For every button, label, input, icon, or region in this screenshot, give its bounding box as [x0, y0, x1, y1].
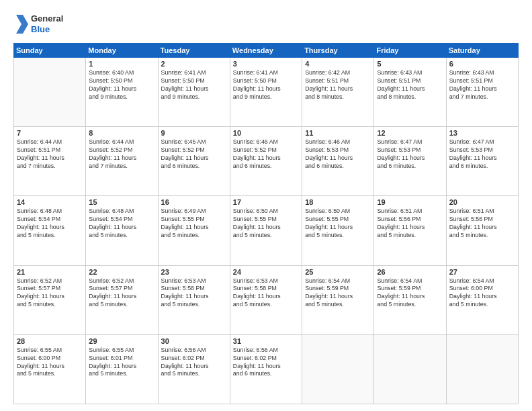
day-info: Sunrise: 6:53 AMSunset: 5:58 PMDaylight:… — [233, 277, 299, 310]
page: GeneralBlue SundayMondayTuesdayWednesday… — [0, 0, 532, 411]
calendar-cell: 12Sunrise: 6:47 AMSunset: 5:53 PMDayligh… — [374, 127, 446, 196]
day-info: Sunrise: 6:52 AMSunset: 5:57 PMDaylight:… — [89, 277, 154, 310]
calendar-cell: 4Sunrise: 6:42 AMSunset: 5:51 PMDaylight… — [302, 58, 374, 127]
calendar-cell: 30Sunrise: 6:56 AMSunset: 6:02 PMDayligh… — [158, 334, 230, 404]
day-number: 14 — [17, 198, 83, 206]
calendar-cell: 10Sunrise: 6:46 AMSunset: 5:52 PMDayligh… — [230, 127, 302, 196]
day-number: 28 — [17, 337, 83, 345]
day-info: Sunrise: 6:45 AMSunset: 5:52 PMDaylight:… — [161, 138, 227, 171]
calendar-cell: 6Sunrise: 6:43 AMSunset: 5:51 PMDaylight… — [446, 58, 518, 127]
day-info: Sunrise: 6:46 AMSunset: 5:53 PMDaylight:… — [305, 138, 371, 171]
day-number: 4 — [305, 60, 371, 68]
day-info: Sunrise: 6:56 AMSunset: 6:02 PMDaylight:… — [161, 347, 227, 379]
calendar-table: SundayMondayTuesdayWednesdayThursdayFrid… — [13, 43, 519, 404]
calendar-cell: 18Sunrise: 6:50 AMSunset: 5:55 PMDayligh… — [302, 196, 374, 265]
day-info: Sunrise: 6:41 AMSunset: 5:50 PMDaylight:… — [161, 69, 227, 101]
header: GeneralBlue — [13, 12, 519, 36]
day-info: Sunrise: 6:53 AMSunset: 5:58 PMDaylight:… — [161, 277, 227, 310]
calendar-day-header: Sunday — [14, 44, 86, 58]
calendar-day-header: Wednesday — [230, 44, 302, 58]
logo-text: GeneralBlue — [31, 13, 63, 34]
calendar-cell: 26Sunrise: 6:54 AMSunset: 5:59 PMDayligh… — [374, 265, 446, 334]
day-number: 27 — [449, 268, 515, 276]
day-number: 1 — [89, 60, 154, 68]
day-number: 31 — [233, 337, 299, 345]
day-number: 20 — [449, 198, 515, 206]
calendar-cell: 5Sunrise: 6:43 AMSunset: 5:51 PMDaylight… — [374, 58, 446, 127]
calendar-cell: 19Sunrise: 6:51 AMSunset: 5:56 PMDayligh… — [374, 196, 446, 265]
calendar-cell — [302, 334, 374, 404]
calendar-cell: 27Sunrise: 6:54 AMSunset: 6:00 PMDayligh… — [446, 265, 518, 334]
day-info: Sunrise: 6:56 AMSunset: 6:02 PMDaylight:… — [233, 347, 299, 379]
calendar-week-row: 7Sunrise: 6:44 AMSunset: 5:51 PMDaylight… — [14, 127, 519, 196]
calendar-cell: 3Sunrise: 6:41 AMSunset: 5:50 PMDaylight… — [230, 58, 302, 127]
day-number: 3 — [233, 60, 299, 68]
calendar-cell: 16Sunrise: 6:49 AMSunset: 5:55 PMDayligh… — [158, 196, 230, 265]
calendar-cell: 22Sunrise: 6:52 AMSunset: 5:57 PMDayligh… — [86, 265, 158, 334]
calendar-week-row: 28Sunrise: 6:55 AMSunset: 6:00 PMDayligh… — [14, 334, 519, 404]
day-number: 30 — [161, 337, 227, 345]
calendar-cell: 31Sunrise: 6:56 AMSunset: 6:02 PMDayligh… — [230, 334, 302, 404]
svg-marker-0 — [16, 15, 28, 34]
day-number: 5 — [377, 60, 443, 68]
day-number: 13 — [449, 129, 515, 137]
calendar-cell — [446, 334, 518, 404]
day-info: Sunrise: 6:50 AMSunset: 5:55 PMDaylight:… — [305, 208, 371, 240]
calendar-cell: 1Sunrise: 6:40 AMSunset: 5:50 PMDaylight… — [86, 58, 158, 127]
day-info: Sunrise: 6:48 AMSunset: 5:54 PMDaylight:… — [89, 208, 154, 240]
calendar-cell: 25Sunrise: 6:54 AMSunset: 5:59 PMDayligh… — [302, 265, 374, 334]
day-info: Sunrise: 6:52 AMSunset: 5:57 PMDaylight:… — [17, 277, 83, 310]
day-number: 19 — [377, 198, 443, 206]
day-info: Sunrise: 6:54 AMSunset: 5:59 PMDaylight:… — [377, 277, 443, 310]
day-number: 16 — [161, 198, 227, 206]
day-info: Sunrise: 6:49 AMSunset: 5:55 PMDaylight:… — [161, 208, 227, 240]
calendar-cell — [374, 334, 446, 404]
calendar-header-row: SundayMondayTuesdayWednesdayThursdayFrid… — [14, 44, 519, 58]
day-number: 22 — [89, 268, 154, 276]
day-number: 23 — [161, 268, 227, 276]
calendar-cell: 2Sunrise: 6:41 AMSunset: 5:50 PMDaylight… — [158, 58, 230, 127]
day-info: Sunrise: 6:54 AMSunset: 5:59 PMDaylight:… — [305, 277, 371, 310]
day-number: 25 — [305, 268, 371, 276]
day-number: 24 — [233, 268, 299, 276]
day-number: 10 — [233, 129, 299, 137]
calendar-cell: 7Sunrise: 6:44 AMSunset: 5:51 PMDaylight… — [14, 127, 86, 196]
calendar-day-header: Tuesday — [158, 44, 230, 58]
day-number: 6 — [449, 60, 515, 68]
day-number: 7 — [17, 129, 83, 137]
calendar-cell: 13Sunrise: 6:47 AMSunset: 5:53 PMDayligh… — [446, 127, 518, 196]
calendar-cell: 21Sunrise: 6:52 AMSunset: 5:57 PMDayligh… — [14, 265, 86, 334]
day-info: Sunrise: 6:55 AMSunset: 6:00 PMDaylight:… — [17, 347, 83, 379]
day-info: Sunrise: 6:48 AMSunset: 5:54 PMDaylight:… — [17, 208, 83, 240]
calendar-cell: 17Sunrise: 6:50 AMSunset: 5:55 PMDayligh… — [230, 196, 302, 265]
day-info: Sunrise: 6:50 AMSunset: 5:55 PMDaylight:… — [233, 208, 299, 240]
day-info: Sunrise: 6:47 AMSunset: 5:53 PMDaylight:… — [377, 138, 443, 171]
day-info: Sunrise: 6:55 AMSunset: 6:01 PMDaylight:… — [89, 347, 154, 379]
calendar-cell: 20Sunrise: 6:51 AMSunset: 5:56 PMDayligh… — [446, 196, 518, 265]
day-number: 2 — [161, 60, 227, 68]
day-info: Sunrise: 6:40 AMSunset: 5:50 PMDaylight:… — [89, 69, 154, 101]
calendar-cell: 29Sunrise: 6:55 AMSunset: 6:01 PMDayligh… — [86, 334, 158, 404]
day-info: Sunrise: 6:46 AMSunset: 5:52 PMDaylight:… — [233, 138, 299, 171]
calendar-week-row: 21Sunrise: 6:52 AMSunset: 5:57 PMDayligh… — [14, 265, 519, 334]
day-info: Sunrise: 6:47 AMSunset: 5:53 PMDaylight:… — [449, 138, 515, 171]
calendar-day-header: Saturday — [446, 44, 518, 58]
calendar-day-header: Thursday — [302, 44, 374, 58]
day-number: 26 — [377, 268, 443, 276]
calendar-cell — [14, 58, 86, 127]
calendar-day-header: Monday — [86, 44, 158, 58]
day-number: 18 — [305, 198, 371, 206]
day-info: Sunrise: 6:42 AMSunset: 5:51 PMDaylight:… — [305, 69, 371, 101]
day-number: 9 — [161, 129, 227, 137]
calendar-cell: 14Sunrise: 6:48 AMSunset: 5:54 PMDayligh… — [14, 196, 86, 265]
calendar-day-header: Friday — [374, 44, 446, 58]
day-number: 8 — [89, 129, 154, 137]
calendar-cell: 15Sunrise: 6:48 AMSunset: 5:54 PMDayligh… — [86, 196, 158, 265]
day-info: Sunrise: 6:41 AMSunset: 5:50 PMDaylight:… — [233, 69, 299, 101]
calendar-cell: 23Sunrise: 6:53 AMSunset: 5:58 PMDayligh… — [158, 265, 230, 334]
day-number: 15 — [89, 198, 154, 206]
calendar-week-row: 14Sunrise: 6:48 AMSunset: 5:54 PMDayligh… — [14, 196, 519, 265]
calendar-cell: 11Sunrise: 6:46 AMSunset: 5:53 PMDayligh… — [302, 127, 374, 196]
day-number: 12 — [377, 129, 443, 137]
day-info: Sunrise: 6:44 AMSunset: 5:51 PMDaylight:… — [17, 138, 83, 171]
